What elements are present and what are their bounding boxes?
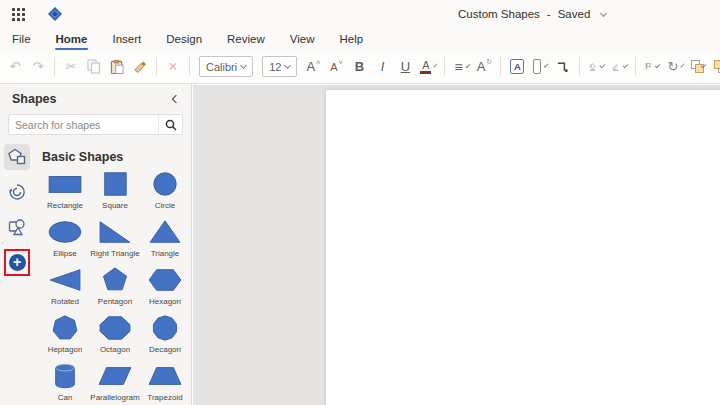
stencil-more-shapes-button[interactable] xyxy=(4,214,30,240)
document-title[interactable]: Custom Shapes - Saved xyxy=(458,8,606,20)
toolbar-divider xyxy=(156,57,157,76)
menu-review[interactable]: Review xyxy=(226,31,266,47)
undo-button[interactable]: ↶ xyxy=(8,56,22,78)
line-color-button[interactable] xyxy=(612,56,626,78)
shape-pentagon[interactable]: Pentagon xyxy=(90,264,140,312)
chevron-down-icon xyxy=(622,62,628,68)
menu-help[interactable]: Help xyxy=(339,31,365,47)
shape-search-input[interactable] xyxy=(9,119,158,131)
connector-button[interactable] xyxy=(556,56,570,78)
menu-view[interactable]: View xyxy=(289,31,316,47)
drawing-page[interactable] xyxy=(325,89,720,405)
paste-clipboard-icon xyxy=(110,59,124,75)
shape-rotated[interactable]: Rotated xyxy=(40,264,90,312)
stencil-basic-shapes-button[interactable] xyxy=(4,144,30,170)
shape-grid: Rectangle Square Circle Ellipse Right Tr… xyxy=(40,168,191,405)
shape-decagon[interactable]: Decagon xyxy=(140,312,190,360)
add-stencil-annotation-box: + xyxy=(4,249,30,276)
shape-circle[interactable]: Circle xyxy=(140,168,190,216)
redo-button[interactable]: ↷ xyxy=(31,56,45,78)
chevron-down-icon xyxy=(434,63,438,67)
format-painter-button[interactable] xyxy=(133,56,147,78)
shape-triangle[interactable]: Triangle xyxy=(140,216,190,264)
shape-rectangle[interactable]: Rectangle xyxy=(40,168,90,216)
grow-font-icon: A xyxy=(307,59,316,74)
chevron-down-icon xyxy=(544,62,549,67)
font-size-select[interactable]: 12 xyxy=(262,56,297,77)
app-launcher-waffle-icon[interactable] xyxy=(12,8,25,21)
plus-icon: + xyxy=(13,255,21,269)
redo-icon: ↷ xyxy=(33,59,44,74)
collapse-panel-icon[interactable] xyxy=(172,95,180,103)
toolbar-divider xyxy=(635,57,636,76)
align-text-button[interactable]: ≡ xyxy=(454,56,468,78)
shape-search-box xyxy=(8,114,183,135)
shape-outline-icon xyxy=(533,59,541,74)
stencil-section-title: Basic Shapes xyxy=(42,150,191,164)
bring-forward-button[interactable] xyxy=(691,56,705,78)
shape-trapezoid[interactable]: Trapezoid xyxy=(140,360,190,405)
drawing-canvas-area[interactable] xyxy=(193,85,720,405)
shape-hexagon[interactable]: Hexagon xyxy=(140,264,190,312)
toolbar-divider xyxy=(189,57,190,76)
delete-x-icon: × xyxy=(168,58,177,76)
toolbar-divider xyxy=(444,57,445,76)
format-painter-brush-icon xyxy=(133,60,147,74)
chevron-down-icon xyxy=(655,62,661,68)
shrink-font-button[interactable]: A ˅ xyxy=(329,56,343,78)
change-shape-button[interactable] xyxy=(533,56,547,78)
menu-insert[interactable]: Insert xyxy=(111,31,142,47)
grow-mark-icon: ˄ xyxy=(316,59,320,66)
chevron-down-icon xyxy=(284,61,291,68)
underline-button[interactable]: U xyxy=(398,56,412,78)
bold-button[interactable]: B xyxy=(352,56,366,78)
shapes-content: Basic Shapes Rectangle Square Circle Ell… xyxy=(34,142,191,405)
font-family-select[interactable]: Calibri xyxy=(199,56,253,77)
search-button[interactable] xyxy=(158,115,182,134)
send-backward-button[interactable] xyxy=(714,56,720,78)
small-rotate-mark-icon: ↻ xyxy=(486,58,492,66)
arrows-stencil-icon xyxy=(8,183,26,201)
shape-heptagon[interactable]: Heptagon xyxy=(40,312,90,360)
delete-button[interactable]: × xyxy=(166,56,180,78)
visio-logo-icon[interactable] xyxy=(48,7,62,25)
fill-bucket-icon xyxy=(589,59,596,75)
undo-icon: ↶ xyxy=(10,59,21,74)
position-button[interactable] xyxy=(645,56,659,78)
shapes-panel-header: Shapes xyxy=(0,84,191,110)
position-flag-icon xyxy=(645,59,652,74)
copy-button[interactable] xyxy=(87,56,101,78)
menu-design[interactable]: Design xyxy=(165,31,203,47)
shape-ellipse[interactable]: Ellipse xyxy=(40,216,90,264)
search-icon xyxy=(165,119,177,131)
shapes-panel: Shapes xyxy=(0,84,192,405)
menu-file[interactable]: File xyxy=(11,31,32,47)
title-separator: - xyxy=(547,8,551,20)
add-stencil-button[interactable]: + xyxy=(9,254,26,271)
chevron-down-icon xyxy=(701,62,707,68)
shape-octagon[interactable]: Octagon xyxy=(90,312,140,360)
toolbar-divider xyxy=(500,57,501,76)
shape-square[interactable]: Square xyxy=(90,168,140,216)
top-app-bar: Custom Shapes - Saved xyxy=(0,0,720,28)
font-size-value: 12 xyxy=(269,61,281,73)
align-lines-icon: ≡ xyxy=(454,59,462,75)
shape-can[interactable]: Can xyxy=(40,360,90,405)
cut-button[interactable]: ✂ xyxy=(64,56,78,78)
shape-right-triangle[interactable]: Right Triangle xyxy=(90,216,140,264)
text-rotate-button[interactable]: A ↻ xyxy=(477,56,491,78)
text-block-icon: A xyxy=(510,59,524,74)
fill-color-button[interactable] xyxy=(589,56,603,78)
paste-button[interactable] xyxy=(110,56,124,78)
menu-home[interactable]: Home xyxy=(55,31,89,47)
rotate-shape-button[interactable]: ↻ xyxy=(668,56,682,78)
stencil-strip: + xyxy=(0,142,34,405)
stencil-arrows-button[interactable] xyxy=(4,179,30,205)
font-color-button[interactable]: A xyxy=(421,56,435,78)
italic-button[interactable]: I xyxy=(375,56,389,78)
grow-font-button[interactable]: A ˄ xyxy=(306,56,320,78)
shape-parallelogram[interactable]: Parallelogram xyxy=(90,360,140,405)
text-block-button[interactable]: A xyxy=(510,56,524,78)
font-color-icon: A xyxy=(420,60,431,74)
text-rotate-icon: A xyxy=(477,59,486,74)
